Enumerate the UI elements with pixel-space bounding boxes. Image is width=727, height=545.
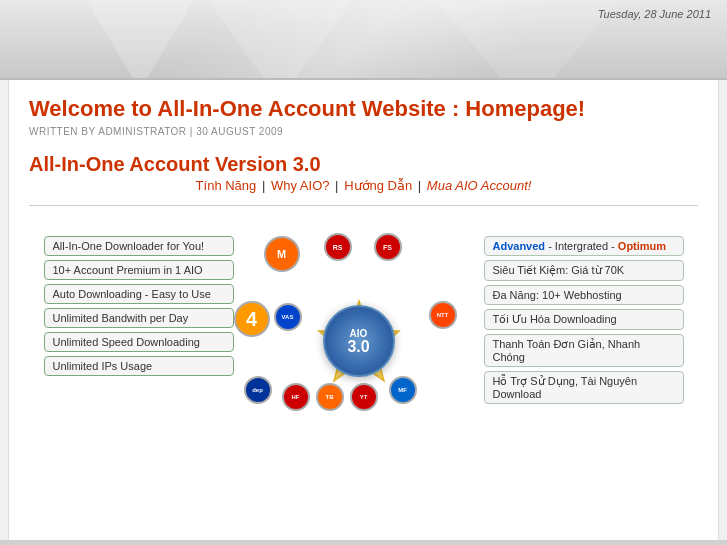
nav-links: Tính Năng | Why AIO? | Hướng Dẫn | Mua A… [29,178,698,193]
page-title: Welcome to All-In-One Account Website : … [29,96,698,122]
left-feature-2: 10+ Account Premium in 1 AIO [44,260,234,280]
main-wrapper: Welcome to All-In-One Account Website : … [0,80,727,540]
nav-mua[interactable]: Mua AIO Account! [427,178,532,193]
rf1-advanved: Advanved [493,240,546,252]
right-feature-2: Siêu Tiết Kiệm: Giá từ 70K [484,260,684,281]
logo-rapidshare: RS [324,233,352,261]
logo-megaupload: M [264,236,300,272]
nav-why-aio[interactable]: Why AIO? [271,178,330,193]
aio-label: AIO [350,328,368,339]
left-feature-6: Unlimited IPs Usage [44,356,234,376]
center-logos: AIO 3.0 M RS FS 4 VAS [229,226,489,456]
nav-huong-dan[interactable]: Hướng Dẫn [344,178,412,193]
nav-tinh-nang[interactable]: Tính Năng [196,178,257,193]
section-divider [29,205,698,206]
aio-center-diagram: AIO 3.0 M RS FS 4 VAS [234,231,484,451]
meta-info: Written by Administrator | 30 August 200… [29,126,698,137]
left-feature-5: Unlimited Speed Downloading [44,332,234,352]
content-area: Welcome to All-In-One Account Website : … [8,80,719,540]
right-features: Advanved - Intergrated - Optimum Siêu Ti… [484,236,684,408]
diagram-container: All-In-One Downloader for You! 10+ Accou… [29,218,698,464]
right-feature-5: Thanh Toán Đơn Giản, Nhanh Chóng [484,334,684,367]
logo-hotfile: HF [282,383,310,411]
right-feature-1: Advanved - Intergrated - Optimum [484,236,684,256]
logo-ntt: NTT [429,301,457,329]
logo-youtube: YT [350,383,378,411]
diagram-inner: All-In-One Downloader for You! 10+ Accou… [44,226,684,456]
right-feature-4: Tối Ưu Hóa Downloading [484,309,684,330]
right-feature-3: Đa Năng: 10+ Webhosting [484,285,684,305]
logo-turbo: TB [316,383,344,411]
logo-filesonic: FS [374,233,402,261]
aio-circle: AIO 3.0 [323,305,395,377]
rf1-sep1: - Intergrated - [548,240,618,252]
logo-deposit: dep [244,376,272,404]
aio-version: 3.0 [347,339,369,355]
logo-mediafire: MF [389,376,417,404]
logo-vas: VAS [274,303,302,331]
left-feature-3: Auto Downloading - Easy to Use [44,284,234,304]
left-features: All-In-One Downloader for You! 10+ Accou… [44,236,234,380]
right-feature-6: Hỗ Trợ Sử Dụng, Tài Nguyên Download [484,371,684,404]
date-display: Tuesday, 28 June 2011 [598,8,711,20]
logo-4: 4 [234,301,270,337]
top-bar: Tuesday, 28 June 2011 [0,0,727,80]
rf1-optimum: Optimum [618,240,666,252]
left-feature-4: Unlimited Bandwith per Day [44,308,234,328]
section-title: All-In-One Account Version 3.0 [29,153,698,176]
left-feature-1: All-In-One Downloader for You! [44,236,234,256]
